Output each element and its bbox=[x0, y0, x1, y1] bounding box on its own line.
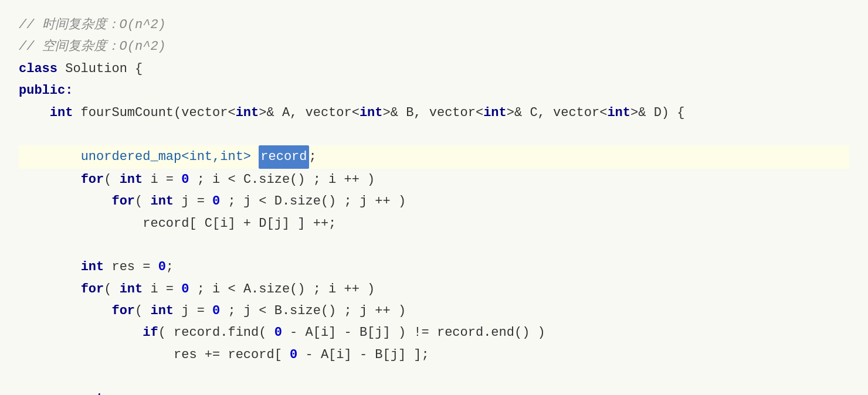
if-find-line: if( record.find( 0 - A[i] - B[j] ) != re… bbox=[19, 322, 849, 343]
empty-line-1 bbox=[19, 124, 849, 145]
comment-line-1: // 时间复杂度：O(n^2) bbox=[19, 14, 849, 36]
keyword-for-2: for bbox=[111, 190, 135, 212]
record-highlighted: record bbox=[259, 145, 308, 168]
for-loop-b-line: for( int j = 0 ; j < B.size() ; j ++ ) bbox=[19, 300, 849, 322]
function-signature-line: int fourSumCount(vector<int>& A, vector<… bbox=[19, 102, 849, 124]
keyword-return: return bbox=[81, 388, 127, 395]
comment-time: // 时间复杂度：O(n^2) bbox=[19, 14, 166, 36]
keyword-class: class bbox=[19, 58, 57, 80]
keyword-for-1: for bbox=[81, 169, 104, 190]
class-line: class Solution { bbox=[19, 58, 849, 80]
for-loop-d-line: for( int j = 0 ; j < D.size() ; j ++ ) bbox=[19, 190, 849, 212]
unordered-map-text: unordered_map<int,int> bbox=[81, 146, 251, 168]
keyword-int-1: int bbox=[50, 102, 73, 124]
return-line: return res; bbox=[19, 388, 849, 395]
record-insert-line: record[ C[i] + D[j] ] ++; bbox=[19, 213, 849, 234]
comment-space: // 空间复杂度：O(n^2) bbox=[19, 36, 166, 57]
keyword-if: if bbox=[143, 322, 158, 343]
code-editor: // 时间复杂度：O(n^2) // 空间复杂度：O(n^2) class So… bbox=[0, 0, 868, 395]
empty-line-3 bbox=[19, 366, 849, 387]
keyword-for-3: for bbox=[81, 278, 104, 300]
highlighted-record-line: unordered_map<int,int> record; bbox=[19, 145, 849, 168]
public-line: public: bbox=[19, 80, 849, 101]
for-loop-a-line: for( int i = 0 ; i < A.size() ; i ++ ) bbox=[19, 278, 849, 300]
for-loop-c-line: for( int i = 0 ; i < C.size() ; i ++ ) bbox=[19, 169, 849, 190]
res-increment-line: res += record[ 0 - A[i] - B[j] ]; bbox=[19, 344, 849, 366]
res-declaration-line: int res = 0; bbox=[19, 256, 849, 278]
keyword-for-4: for bbox=[111, 300, 135, 322]
comment-line-2: // 空间复杂度：O(n^2) bbox=[19, 36, 849, 57]
keyword-public: public: bbox=[19, 80, 73, 101]
empty-line-2 bbox=[19, 234, 849, 256]
